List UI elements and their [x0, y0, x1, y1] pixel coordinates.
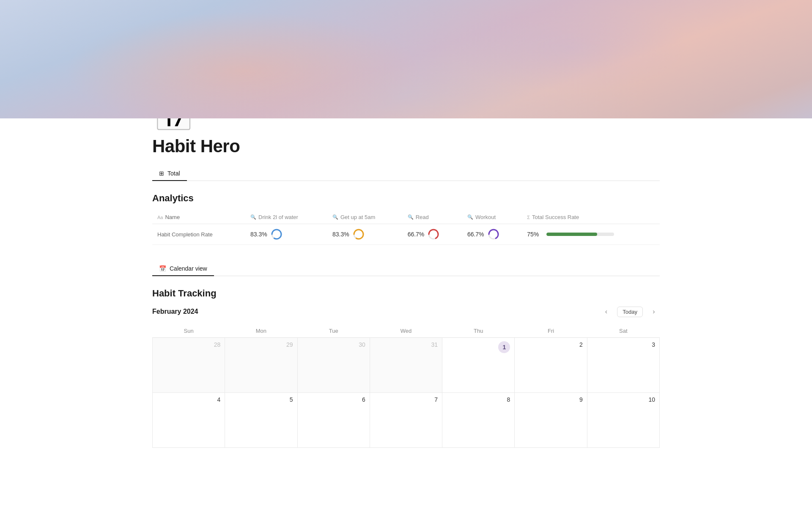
- col-getup-icon: 🔍: [332, 214, 338, 220]
- day-number: 4: [157, 396, 220, 403]
- prev-month-button[interactable]: ‹: [600, 306, 612, 318]
- col-success-icon: Σ: [527, 215, 530, 220]
- col-workout-label: Workout: [475, 214, 496, 220]
- drink-value: 83.3%: [250, 231, 267, 238]
- tabs-container: ⊞ Total: [152, 167, 660, 181]
- calendar-cell[interactable]: 7: [370, 393, 442, 448]
- read-ring: [428, 228, 439, 240]
- col-name-icon: Aa: [157, 215, 163, 220]
- hero-banner: [0, 0, 812, 118]
- calendar-nav: ‹ Today ›: [600, 306, 660, 318]
- weekday-fri: Fri: [515, 324, 587, 338]
- day-number: 6: [302, 396, 365, 403]
- tab-total[interactable]: ⊞ Total: [152, 167, 187, 181]
- weekday-sat: Sat: [587, 324, 659, 338]
- weekday-wed: Wed: [370, 324, 442, 338]
- col-header-workout: 🔍 Workout: [467, 214, 517, 220]
- col-drink-label: Drink 2l of water: [258, 214, 298, 220]
- calendar-cell[interactable]: 9: [515, 393, 587, 448]
- metric-cell-drink: 83.3%: [250, 228, 322, 240]
- calendar-cell[interactable]: 4: [153, 393, 225, 448]
- row-success: 75%: [522, 224, 660, 245]
- day-number: 5: [229, 396, 293, 403]
- day-number: 29: [229, 341, 293, 348]
- read-value: 66.7%: [408, 231, 425, 238]
- getup-value: 83.3%: [332, 231, 349, 238]
- calendar-section: Habit Tracking February 2024 ‹ Today › S…: [152, 288, 660, 448]
- col-read-icon: 🔍: [408, 214, 414, 220]
- col-workout-icon: 🔍: [467, 214, 473, 220]
- today-button[interactable]: Today: [617, 307, 643, 317]
- day-number: 30: [302, 341, 365, 348]
- day-number: 1: [498, 341, 510, 353]
- calendar-cell[interactable]: 31: [370, 338, 442, 393]
- tab-calendar[interactable]: 📅 Calendar view: [152, 262, 214, 276]
- col-name-label: Name: [165, 214, 180, 220]
- weekday-tue: Tue: [297, 324, 370, 338]
- day-number: 10: [592, 396, 655, 403]
- success-bar-track: [546, 233, 614, 236]
- calendar-cell[interactable]: 8: [442, 393, 515, 448]
- workout-ring: [488, 228, 499, 240]
- next-month-button[interactable]: ›: [648, 306, 660, 318]
- analytics-table: Aa Name 🔍 Drink 2l of water 🔍 Get up at …: [152, 211, 660, 245]
- success-bar-container: 75%: [527, 231, 655, 238]
- calendar-cell[interactable]: 1: [442, 338, 515, 393]
- metric-cell-read: 66.7%: [408, 228, 457, 240]
- day-number: 8: [447, 396, 510, 403]
- weekday-mon: Mon: [225, 324, 297, 338]
- metric-cell-workout: 66.7%: [467, 228, 517, 240]
- day-number: 7: [374, 396, 438, 403]
- analytics-title: Analytics: [152, 193, 660, 204]
- col-header-getup: 🔍 Get up at 5am: [332, 214, 398, 220]
- calendar-cell[interactable]: 5: [225, 393, 297, 448]
- day-number: 2: [519, 341, 582, 348]
- metric-cell-getup: 83.3%: [332, 228, 398, 240]
- success-value: 75%: [527, 231, 542, 238]
- row-getup: 83.3%: [327, 224, 403, 245]
- row-drink: 83.3%: [245, 224, 327, 245]
- col-drink-icon: 🔍: [250, 214, 256, 220]
- calendar-cell[interactable]: 2: [515, 338, 587, 393]
- calendar-month: February 2024: [152, 308, 198, 315]
- day-number: 28: [157, 341, 220, 348]
- calendar-cell[interactable]: 6: [297, 393, 370, 448]
- col-getup-label: Get up at 5am: [340, 214, 375, 220]
- col-header-read: 🔍 Read: [408, 214, 457, 220]
- tab-total-icon: ⊞: [159, 170, 164, 177]
- col-header-success: Σ Total Success Rate: [527, 214, 655, 220]
- weekday-thu: Thu: [442, 324, 515, 338]
- workout-value: 66.7%: [467, 231, 484, 238]
- weekday-sun: Sun: [153, 324, 225, 338]
- day-number: 3: [592, 341, 655, 348]
- getup-ring: [353, 228, 365, 240]
- calendar-cell[interactable]: 30: [297, 338, 370, 393]
- row-name: Habit Completion Rate: [152, 224, 245, 245]
- col-header-drink: 🔍 Drink 2l of water: [250, 214, 322, 220]
- calendar-cell[interactable]: 29: [225, 338, 297, 393]
- habit-tracking-title: Habit Tracking: [152, 288, 660, 299]
- calendar-grid: SunMonTueWedThuFriSat 282930311234567891…: [152, 324, 660, 448]
- page-title: Habit Hero: [152, 136, 660, 156]
- drink-ring: [271, 228, 283, 240]
- row-workout: 66.7%: [462, 224, 522, 245]
- calendar-cell[interactable]: 28: [153, 338, 225, 393]
- success-bar-fill: [546, 233, 597, 236]
- calendar-cell[interactable]: 10: [587, 393, 659, 448]
- tab-calendar-label: Calendar view: [170, 265, 207, 272]
- day-number: 9: [519, 396, 582, 403]
- calendar-cell[interactable]: 3: [587, 338, 659, 393]
- day-number: 31: [374, 341, 438, 348]
- tab-total-label: Total: [167, 170, 180, 177]
- col-success-label: Total Success Rate: [532, 214, 579, 220]
- row-read: 66.7%: [403, 224, 462, 245]
- col-read-label: Read: [416, 214, 429, 220]
- calendar-tabs-container: 📅 Calendar view: [152, 262, 660, 276]
- col-header-name: Aa Name: [157, 214, 240, 220]
- tab-calendar-icon: 📅: [159, 265, 166, 272]
- calendar-header: February 2024 ‹ Today ›: [152, 306, 660, 318]
